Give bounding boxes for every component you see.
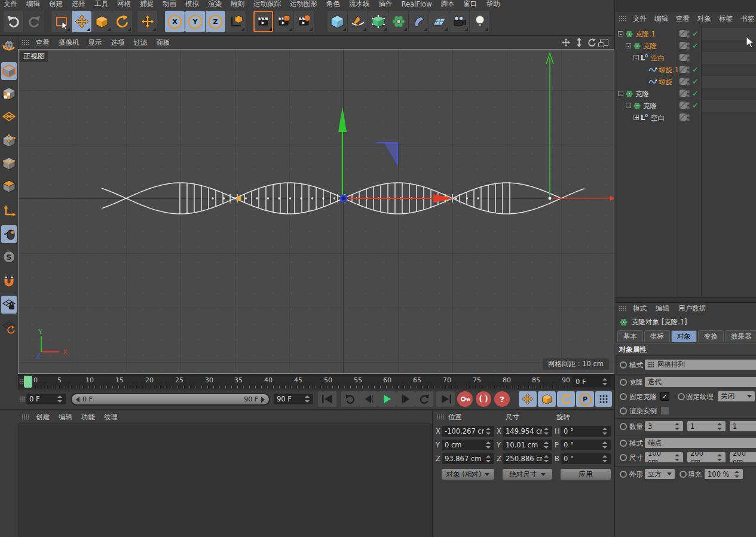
mode2-dropdown[interactable]: 端点 (645, 438, 756, 448)
goto-start-button[interactable] (318, 391, 336, 407)
material-list-area[interactable] (18, 424, 432, 537)
environment-floor-button[interactable] (429, 11, 449, 32)
view-rotate-icon[interactable] (587, 38, 596, 47)
menubar-item[interactable]: 模拟 (185, 0, 199, 8)
object-name[interactable]: 螺旋 (659, 78, 672, 87)
render-instance-checkbox[interactable] (660, 406, 669, 415)
menubar-item[interactable]: 运动跟踪 (253, 0, 281, 8)
object-name[interactable]: 克隆.1 (635, 30, 656, 39)
record-keyframe-button[interactable] (457, 391, 473, 407)
redo-button[interactable] (24, 11, 44, 32)
menubar-item[interactable]: 网格 (117, 0, 131, 8)
record-pla-toggle[interactable] (595, 391, 612, 407)
polygons-mode-button[interactable] (1, 177, 17, 195)
fix-texture-dropdown[interactable]: 关闭 (718, 391, 755, 401)
menubar-item[interactable]: 捕捉 (140, 0, 154, 8)
panel-grip[interactable] (22, 39, 30, 46)
size-y-field[interactable]: 10.01 cm (503, 440, 552, 450)
visibility-dots[interactable] (687, 42, 690, 45)
object-name[interactable]: 克隆 (643, 102, 657, 111)
pos-x-field[interactable]: -100.267 cm (442, 426, 494, 437)
om-menu-item[interactable]: 查看 (676, 14, 690, 23)
tree-row[interactable]: 克隆 (615, 88, 756, 100)
expand-toggle[interactable] (633, 115, 639, 120)
deformer-button[interactable] (409, 11, 428, 32)
size-y-field[interactable]: 200 cm (687, 452, 726, 462)
undo-button[interactable] (4, 11, 23, 32)
layer-badge[interactable] (680, 113, 687, 121)
keyframe-circle[interactable] (678, 393, 685, 400)
size-z-field[interactable]: 250.886 cm (503, 453, 552, 464)
coordinate-mode-dropdown[interactable]: 对象 (相对) (442, 469, 494, 480)
keyframe-circle[interactable] (620, 454, 627, 461)
mode-dropdown[interactable]: 网格排列 (645, 360, 756, 370)
keyframe-circle[interactable] (620, 471, 627, 478)
render-to-picture-viewer-button[interactable] (274, 11, 293, 32)
keyframe-circle[interactable] (620, 407, 627, 415)
viewport-solo-button[interactable] (1, 225, 17, 243)
live-selection-button[interactable] (51, 11, 71, 32)
view-zoom-icon[interactable] (574, 38, 584, 47)
am-menu-item[interactable]: 编辑 (656, 304, 669, 313)
workplane-mode-button[interactable] (1, 108, 17, 125)
tab-effectors[interactable]: 效果器 (725, 330, 756, 342)
keyframe-circle[interactable] (620, 440, 627, 447)
light-button[interactable] (470, 11, 489, 32)
subdivision-surface-button[interactable] (368, 11, 388, 32)
timeline-range-slider[interactable]: 0 F 90 F (71, 393, 270, 406)
tree-row[interactable]: 克隆 (615, 100, 756, 112)
model-mode-button[interactable] (1, 62, 17, 80)
rot-h-field[interactable]: 0 ° (561, 426, 611, 437)
render-view-button[interactable] (253, 11, 273, 32)
current-frame-field[interactable]: 0 F (26, 394, 66, 404)
previous-key-button[interactable] (341, 391, 359, 407)
viewport-menu-item[interactable]: 面板 (157, 38, 170, 47)
range-start-arrow[interactable] (76, 397, 79, 403)
om-menu-item[interactable]: 文件 (633, 14, 647, 23)
enabled-check[interactable] (692, 65, 699, 74)
expand-toggle[interactable] (626, 103, 631, 108)
keyframe-circle[interactable] (680, 471, 687, 478)
tree-row[interactable]: 螺旋.1 (615, 64, 756, 76)
count-x-field[interactable]: 3 (645, 421, 683, 431)
make-editable-button[interactable] (1, 37, 17, 55)
visibility-dots[interactable] (687, 30, 690, 33)
visibility-dots[interactable] (687, 102, 690, 105)
camera-button[interactable] (449, 11, 469, 32)
count-z-field[interactable]: 1 (730, 421, 756, 431)
tree-row[interactable]: 空白 (615, 112, 756, 124)
tree-row[interactable]: 空白 (615, 52, 756, 64)
om-menu-item[interactable]: 标签 (719, 14, 733, 23)
last-used-tool-button[interactable] (137, 11, 157, 32)
keyframe-circle[interactable] (620, 393, 627, 400)
lock-workplane-button[interactable] (1, 296, 17, 314)
form-dropdown[interactable]: 立方 (645, 469, 675, 479)
play-button[interactable] (378, 391, 396, 407)
am-menu-item[interactable]: 用户数据 (678, 304, 706, 313)
tree-row[interactable]: 螺旋 (615, 76, 756, 88)
enabled-check[interactable] (692, 101, 699, 110)
enabled-check[interactable] (692, 41, 699, 50)
layer-badge[interactable] (680, 66, 687, 73)
expand-toggle[interactable] (626, 43, 631, 48)
points-mode-button[interactable] (1, 132, 17, 150)
panel-grip[interactable] (619, 16, 627, 22)
next-key-button[interactable] (415, 391, 433, 407)
viewport-menu-item[interactable]: 查看 (36, 38, 50, 47)
add-cube-primitive-button[interactable] (328, 11, 347, 32)
lock-x-axis-button[interactable] (165, 11, 185, 32)
layer-badge[interactable] (680, 30, 687, 37)
panel-grip[interactable] (22, 414, 30, 421)
view-maximize-icon[interactable] (600, 39, 608, 46)
menubar-item[interactable]: 工具 (94, 0, 108, 8)
menubar-item[interactable]: 创建 (49, 0, 63, 8)
viewport-menu-item[interactable]: 过滤 (134, 38, 148, 47)
enabled-check[interactable] (692, 77, 699, 86)
size-z-field[interactable]: 200 cm (730, 452, 756, 462)
range-end-arrow[interactable] (261, 397, 265, 403)
menubar-item[interactable]: 动画 (163, 0, 176, 8)
rot-b-field[interactable]: 0 ° (561, 453, 611, 464)
clones-dropdown[interactable]: 迭代 (645, 377, 756, 387)
viewport-menu-item[interactable]: 选项 (111, 38, 125, 47)
rotate-tool-button[interactable] (112, 11, 132, 32)
